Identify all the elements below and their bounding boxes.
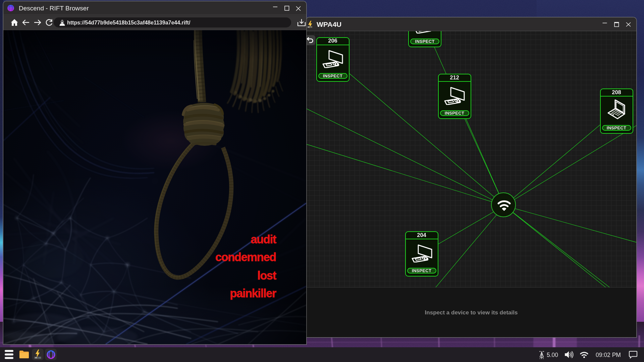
svg-text:09:02 PM: 09:02 PM [596, 352, 621, 358]
svg-text:5.00: 5.00 [547, 352, 558, 358]
svg-text:INSPECT: INSPECT [445, 111, 464, 116]
svg-text:INSPECT: INSPECT [323, 73, 342, 78]
svg-text:INSPECT: INSPECT [412, 268, 431, 273]
svg-text:204: 204 [417, 232, 426, 238]
svg-text:212: 212 [450, 74, 459, 80]
svg-text:condemned: condemned [215, 251, 276, 263]
svg-text:lost: lost [257, 269, 277, 282]
svg-text:INSPECT: INSPECT [607, 125, 626, 130]
svg-text:https://54d77b9de5418b15c3af48: https://54d77b9de5418b15c3af48e1139a7e44… [67, 20, 191, 25]
svg-text:206: 206 [328, 38, 337, 44]
svg-text:painkiller: painkiller [230, 287, 276, 300]
svg-text:Descend - RIFT Browser: Descend - RIFT Browser [19, 5, 89, 12]
svg-text:WPA4U: WPA4U [317, 20, 341, 28]
svg-text:audit: audit [251, 233, 277, 246]
svg-text:INSPECT: INSPECT [415, 39, 434, 44]
svg-text:208: 208 [612, 89, 621, 95]
svg-text:Inspect a device to view its d: Inspect a device to view its details [425, 309, 518, 316]
